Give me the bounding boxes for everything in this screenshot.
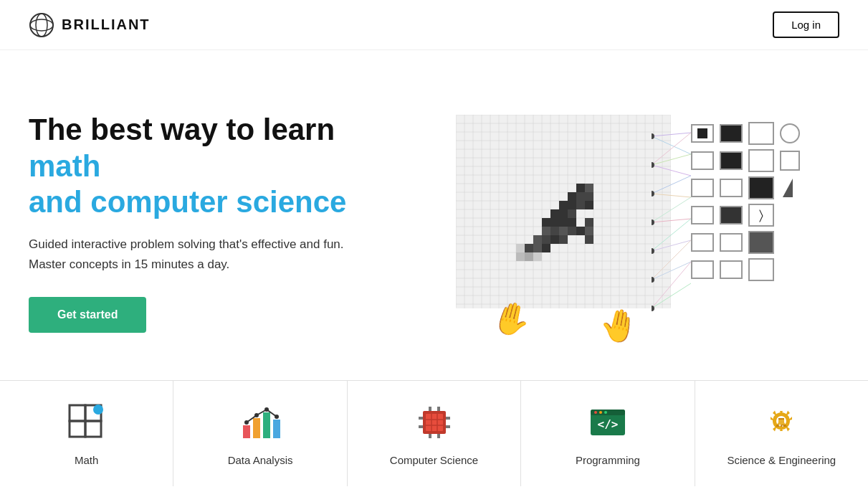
- hero-illustration: 〉 🤚 🤚: [416, 93, 839, 351]
- data-analysis-icon: [239, 401, 282, 444]
- cs-icon-svg: [414, 402, 454, 443]
- svg-rect-28: [533, 244, 542, 252]
- svg-rect-11: [559, 209, 568, 218]
- svg-point-58: [652, 191, 654, 197]
- svg-point-97: [604, 411, 607, 414]
- svg-line-43: [652, 133, 691, 165]
- svg-point-67: [93, 405, 103, 415]
- svg-rect-88: [437, 434, 440, 438]
- category-math-label: Math: [75, 454, 98, 466]
- svg-rect-18: [576, 227, 585, 235]
- svg-point-59: [652, 219, 654, 225]
- categories-bar: Math Data Analysis: [0, 380, 868, 486]
- category-cs[interactable]: Computer Science: [348, 381, 521, 486]
- hero-section: The best way to learn math and computer …: [0, 50, 868, 380]
- svg-line-51: [652, 240, 691, 251]
- panel-box-5: [720, 151, 743, 170]
- svg-rect-25: [550, 235, 559, 244]
- logo: BRILLIANT: [29, 12, 151, 38]
- svg-rect-26: [559, 235, 568, 244]
- category-sci[interactable]: Science & Engineering: [695, 381, 868, 486]
- svg-point-1: [30, 19, 53, 31]
- svg-rect-32: [585, 192, 593, 201]
- svg-rect-7: [550, 218, 559, 227]
- svg-rect-89: [419, 417, 423, 420]
- category-data-label: Data Analysis: [228, 454, 293, 466]
- svg-line-54: [652, 262, 691, 308]
- programming-icon: </>: [586, 401, 629, 444]
- svg-rect-80: [426, 414, 443, 431]
- category-math[interactable]: Math: [0, 381, 173, 486]
- category-prog-label: Programming: [576, 454, 640, 466]
- svg-rect-24: [542, 235, 550, 244]
- svg-rect-16: [568, 192, 576, 201]
- svg-rect-19: [568, 227, 576, 235]
- panel-triangle: [783, 179, 793, 197]
- category-cs-label: Computer Science: [390, 454, 478, 466]
- category-prog[interactable]: </> Programming: [521, 381, 695, 486]
- svg-rect-91: [446, 417, 450, 420]
- panel-box-6: [748, 149, 774, 172]
- right-panel: 〉: [691, 122, 800, 281]
- svg-line-47: [652, 194, 691, 197]
- svg-point-62: [652, 306, 654, 311]
- svg-rect-21: [550, 227, 559, 235]
- category-data[interactable]: Data Analysis: [173, 381, 347, 486]
- svg-rect-22: [542, 227, 550, 235]
- svg-rect-31: [585, 184, 593, 192]
- svg-line-55: [652, 283, 691, 308]
- panel-row-1: [691, 122, 800, 145]
- svg-point-0: [30, 14, 53, 37]
- logo-text: BRILLIANT: [62, 16, 151, 33]
- svg-rect-9: [568, 218, 576, 227]
- svg-rect-17: [576, 192, 585, 201]
- svg-rect-37: [516, 252, 525, 261]
- svg-line-42: [652, 136, 691, 154]
- svg-rect-63: [70, 405, 85, 421]
- math-icon-svg: [67, 402, 107, 443]
- panel-box-17: [720, 260, 743, 279]
- svg-rect-64: [70, 421, 85, 437]
- svg-point-101: [779, 425, 781, 427]
- brilliant-logo-icon: [29, 12, 54, 38]
- svg-rect-86: [437, 407, 440, 411]
- math-icon: [65, 401, 108, 444]
- panel-box-12: [720, 206, 743, 224]
- svg-rect-66: [85, 421, 101, 437]
- svg-rect-90: [419, 425, 423, 428]
- svg-rect-39: [533, 252, 542, 261]
- svg-line-49: [652, 219, 691, 222]
- svg-point-56: [652, 133, 654, 139]
- panel-row-6: [691, 258, 800, 281]
- panel-row-2: [691, 149, 800, 172]
- svg-rect-40: [516, 244, 525, 252]
- svg-point-96: [599, 411, 602, 414]
- data-icon-svg: [240, 402, 280, 443]
- panel-box-10: [748, 176, 774, 199]
- panel-box-3: [748, 122, 774, 145]
- sci-icon-svg: [761, 402, 801, 443]
- svg-rect-38: [525, 252, 533, 261]
- svg-point-2: [36, 14, 47, 37]
- svg-rect-85: [429, 407, 431, 411]
- hero-title-part2: and computer science: [29, 185, 346, 219]
- svg-line-41: [652, 133, 691, 136]
- panel-row-5: [691, 231, 800, 254]
- svg-rect-14: [568, 201, 576, 209]
- hero-title-accent1: math: [29, 149, 100, 183]
- header: BRILLIANT Log in: [0, 0, 868, 50]
- category-sci-label: Science & Engineering: [727, 454, 836, 466]
- get-started-button[interactable]: Get started: [29, 297, 146, 333]
- svg-rect-68: [243, 425, 250, 438]
- svg-rect-23: [533, 235, 542, 244]
- svg-rect-12: [568, 209, 576, 218]
- svg-rect-30: [576, 184, 585, 192]
- hero-subtitle-line2: Master concepts in 15 minutes a day.: [29, 257, 229, 271]
- cs-icon: [413, 401, 456, 444]
- svg-rect-6: [542, 218, 550, 227]
- login-button[interactable]: Log in: [773, 11, 839, 38]
- pixel-grid-illustration: 〉 🤚 🤚: [456, 108, 800, 337]
- hero-title-part1: The best way to learn: [29, 113, 335, 146]
- panel-box-14: [720, 233, 743, 252]
- hero-title: The best way to learn math and computer …: [29, 112, 387, 220]
